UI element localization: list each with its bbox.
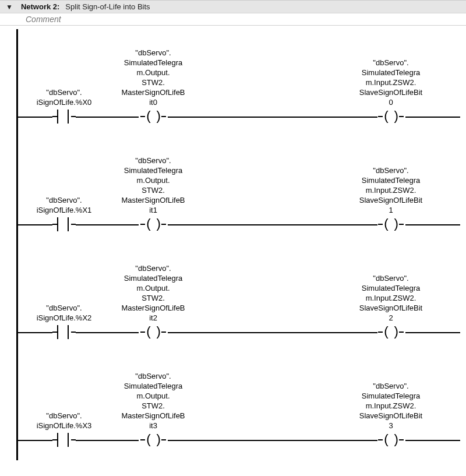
contact-label: "dbServo". iSignOfLife.%X2 bbox=[29, 303, 99, 323]
coil[interactable]: "dbServo". SimulatedTelegra m.Input.ZSW2… bbox=[347, 245, 435, 323]
contact-label: "dbServo". iSignOfLife.%X0 bbox=[29, 87, 99, 107]
coil-label: "dbServo". SimulatedTelegra m.Input.ZSW2… bbox=[347, 58, 435, 107]
coil[interactable]: "dbServo". SimulatedTelegra m.Output. ST… bbox=[110, 137, 197, 215]
coil-label: "dbServo". SimulatedTelegra m.Input.ZSW2… bbox=[347, 165, 435, 215]
wire bbox=[168, 224, 377, 225]
coil-label: "dbServo". SimulatedTelegra m.Input.ZSW2… bbox=[347, 273, 435, 323]
no-contact[interactable]: "dbServo". iSignOfLife.%X1 bbox=[29, 137, 99, 215]
no-contact[interactable]: "dbServo". iSignOfLife.%X0 bbox=[29, 29, 99, 107]
ladder-rung: "dbServo". iSignOfLife.%X3 "dbServo". Si… bbox=[16, 352, 461, 460]
collapse-icon[interactable]: ▼ bbox=[3, 3, 15, 10]
coil[interactable]: "dbServo". SimulatedTelegra m.Input.ZSW2… bbox=[347, 29, 435, 107]
wire bbox=[168, 332, 377, 333]
coil[interactable]: "dbServo". SimulatedTelegra m.Output. ST… bbox=[110, 29, 197, 107]
coil[interactable]: "dbServo". SimulatedTelegra m.Input.ZSW2… bbox=[347, 137, 435, 215]
ladder-rung: "dbServo". iSignOfLife.%X2 "dbServo". Si… bbox=[16, 245, 461, 352]
ladder-rung: "dbServo". iSignOfLife.%X1 "dbServo". Si… bbox=[16, 137, 461, 245]
coil-label: "dbServo". SimulatedTelegra m.Output. ST… bbox=[110, 371, 197, 431]
coil-label: "dbServo". SimulatedTelegra m.Output. ST… bbox=[110, 48, 197, 107]
wire bbox=[405, 440, 460, 441]
coil-label: "dbServo". SimulatedTelegra m.Input.ZSW2… bbox=[347, 381, 435, 431]
wire bbox=[405, 117, 460, 118]
no-contact[interactable]: "dbServo". iSignOfLife.%X2 bbox=[29, 245, 99, 323]
wire bbox=[405, 224, 460, 225]
network-header[interactable]: ▼ Network 2: Split Sign-of-Life into Bit… bbox=[0, 0, 466, 13]
contact-label: "dbServo". iSignOfLife.%X3 bbox=[29, 411, 99, 431]
no-contact[interactable]: "dbServo". iSignOfLife.%X3 bbox=[29, 352, 99, 431]
coil[interactable]: "dbServo". SimulatedTelegra m.Output. ST… bbox=[110, 352, 197, 431]
coil-label: "dbServo". SimulatedTelegra m.Output. ST… bbox=[110, 263, 197, 323]
wire bbox=[168, 440, 377, 441]
coil[interactable]: "dbServo". SimulatedTelegra m.Input.ZSW2… bbox=[347, 352, 435, 431]
wire bbox=[405, 332, 460, 333]
contact-label: "dbServo". iSignOfLife.%X1 bbox=[29, 195, 99, 215]
ladder-diagram: "dbServo". iSignOfLife.%X0 "dbServo". Si… bbox=[16, 26, 461, 460]
ladder-rung: "dbServo". iSignOfLife.%X0 "dbServo". Si… bbox=[16, 29, 461, 137]
network-subtitle: Split Sign-of-Life into Bits bbox=[65, 2, 150, 11]
network-title: Network 2: bbox=[21, 2, 59, 11]
coil-label: "dbServo". SimulatedTelegra m.Output. ST… bbox=[110, 156, 197, 215]
network-comment[interactable]: Comment bbox=[0, 13, 466, 26]
coil[interactable]: "dbServo". SimulatedTelegra m.Output. ST… bbox=[110, 245, 197, 323]
wire bbox=[168, 117, 377, 118]
